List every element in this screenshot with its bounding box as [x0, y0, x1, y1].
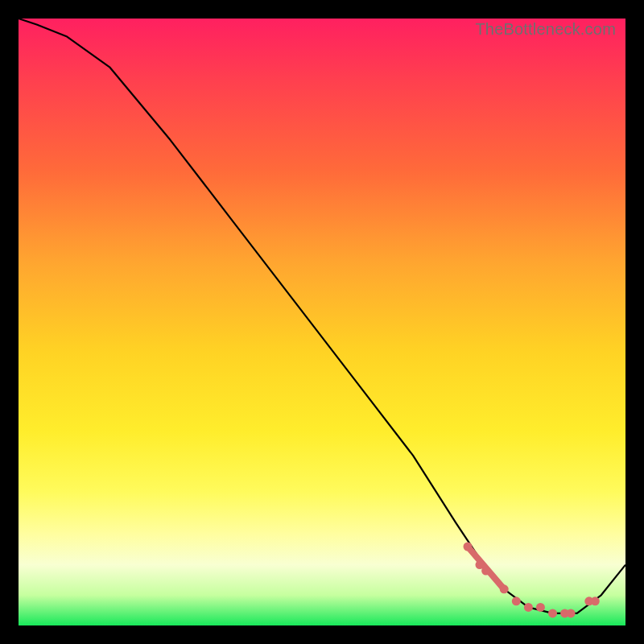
highlight-dot [500, 584, 509, 593]
bottleneck-curve [19, 19, 625, 613]
highlight-dot [548, 609, 557, 617]
curve-svg [19, 19, 625, 625]
highlight-dots [464, 543, 600, 618]
highlight-dot [567, 609, 576, 617]
plot-area: TheBottleneck.com [19, 19, 625, 625]
highlight-dot [464, 543, 473, 551]
highlight-dot [591, 597, 600, 605]
highlight-dot [481, 567, 490, 576]
highlight-dot [512, 597, 521, 605]
chart-frame: TheBottleneck.com [0, 0, 644, 644]
highlight-dot [536, 603, 545, 612]
highlight-dot [524, 603, 533, 612]
